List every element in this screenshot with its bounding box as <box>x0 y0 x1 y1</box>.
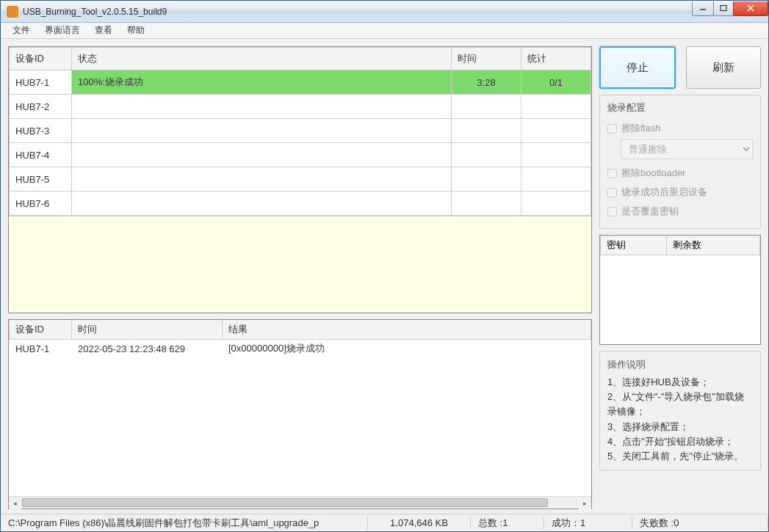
cell-device-id: HUB7-4 <box>10 143 72 167</box>
cell-stat <box>521 143 591 167</box>
statusbar: C:\Program Files (x86)\晶晨线刷固件解包打包带卡刷工具\a… <box>1 514 768 531</box>
log-col-time[interactable]: 时间 <box>72 320 223 340</box>
menu-help[interactable]: 帮助 <box>120 23 152 38</box>
log-horizontal-scrollbar[interactable]: ◂ ▸ <box>9 496 591 509</box>
instruction-line: 2、从"文件"-"导入烧录包"加载烧录镜像； <box>607 390 753 419</box>
cell-time <box>452 119 521 143</box>
cell-time <box>452 192 521 216</box>
cell-time: 3:28 <box>452 70 521 95</box>
window-title: USB_Burning_Tool_v2.0.5.15_build9 <box>23 7 692 17</box>
cell-stat <box>521 119 591 143</box>
reboot-after-label: 烧录成功后重启设备 <box>621 186 707 199</box>
cell-device-id: HUB7-2 <box>10 95 72 119</box>
overwrite-key-label: 是否覆盖密钥 <box>621 205 679 218</box>
cell-stat: 0/1 <box>521 70 591 95</box>
menu-file[interactable]: 文件 <box>5 23 37 38</box>
status-success: 成功：1 <box>544 517 632 530</box>
config-legend: 烧录配置 <box>607 101 753 114</box>
overwrite-key-option[interactable]: 是否覆盖密钥 <box>607 202 753 221</box>
maximize-button[interactable] <box>713 1 734 16</box>
erase-flash-label: 擦除flash <box>621 122 660 135</box>
titlebar: USB_Burning_Tool_v2.0.5.15_build9 <box>1 1 768 23</box>
device-row[interactable]: HUB7-4 <box>10 143 591 167</box>
cell-status <box>72 143 452 167</box>
erase-bootloader-checkbox[interactable] <box>607 169 617 178</box>
cell-device-id: HUB7-5 <box>10 167 72 192</box>
log-col-result[interactable]: 结果 <box>223 320 591 340</box>
svg-rect-1 <box>721 6 726 11</box>
erase-mode-select[interactable]: 普通擦除 <box>621 139 753 159</box>
reboot-after-checkbox[interactable] <box>607 188 617 197</box>
window-controls <box>692 1 768 16</box>
instruction-line: 5、关闭工具前，先"停止"烧录。 <box>607 449 753 464</box>
cell-device-id: HUB7-3 <box>10 119 72 143</box>
log-cell-result: [0x00000000]烧录成功 <box>223 340 591 357</box>
instructions-legend: 操作说明 <box>607 357 753 372</box>
status-path: C:\Program Files (x86)\晶晨线刷固件解包打包带卡刷工具\a… <box>1 517 368 530</box>
col-status[interactable]: 状态 <box>72 48 452 70</box>
action-buttons: 停止 刷新 <box>599 46 761 89</box>
instruction-line: 3、选择烧录配置； <box>607 420 753 434</box>
cell-stat <box>521 192 591 216</box>
cell-device-id: HUB7-1 <box>10 70 72 95</box>
client-area: 设备ID 状态 时间 统计 HUB7-1100%:烧录成功3:280/1HUB7… <box>1 39 768 514</box>
menu-view[interactable]: 查看 <box>87 23 120 38</box>
device-row[interactable]: HUB7-5 <box>10 167 591 192</box>
log-row[interactable]: HUB7-12022-05-23 12:23:48 629[0x00000000… <box>10 340 591 357</box>
log-cell-time: 2022-05-23 12:23:48 629 <box>72 340 223 357</box>
burn-config-group: 烧录配置 擦除flash 普通擦除 擦除bootloader 烧录成功后重启设备 <box>599 95 761 229</box>
log-cell-device-id: HUB7-1 <box>10 340 72 357</box>
instruction-line: 4、点击"开始"按钮启动烧录； <box>607 434 753 449</box>
device-row[interactable]: HUB7-2 <box>10 95 591 119</box>
erase-flash-checkbox[interactable] <box>607 124 617 134</box>
right-column: 停止 刷新 烧录配置 擦除flash 普通擦除 擦除bootloader <box>599 46 761 509</box>
menubar: 文件 界面语言 查看 帮助 <box>1 23 768 39</box>
stop-button[interactable]: 停止 <box>599 46 676 89</box>
device-row[interactable]: HUB7-1100%:烧录成功3:280/1 <box>10 70 591 95</box>
col-device-id[interactable]: 设备ID <box>10 48 72 70</box>
log-table: 设备ID 时间 结果 HUB7-12022-05-23 12:23:48 629… <box>8 319 592 509</box>
menu-language[interactable]: 界面语言 <box>37 23 87 38</box>
app-window: USB_Burning_Tool_v2.0.5.15_build9 文件 界面语… <box>0 0 769 532</box>
cell-stat <box>521 95 591 119</box>
erase-bootloader-label: 擦除bootloader <box>621 167 685 180</box>
cell-time <box>452 143 521 167</box>
col-stat[interactable]: 统计 <box>521 48 591 70</box>
cell-status <box>72 119 452 143</box>
scroll-right-arrow-icon[interactable]: ▸ <box>579 497 591 509</box>
cell-status <box>72 167 452 192</box>
left-column: 设备ID 状态 时间 统计 HUB7-1100%:烧录成功3:280/1HUB7… <box>8 46 592 509</box>
scroll-left-arrow-icon[interactable]: ◂ <box>9 497 21 509</box>
device-table-empty-area <box>9 216 591 313</box>
cell-stat <box>521 167 591 192</box>
cell-device-id: HUB7-6 <box>10 192 72 216</box>
status-size: 1,074,646 KB <box>368 517 471 528</box>
device-row[interactable]: HUB7-3 <box>10 119 591 143</box>
device-row[interactable]: HUB7-6 <box>10 192 591 216</box>
overwrite-key-checkbox[interactable] <box>607 207 617 216</box>
instructions-group: 操作说明 1、连接好HUB及设备； 2、从"文件"-"导入烧录包"加载烧录镜像；… <box>599 351 761 470</box>
cell-time <box>452 167 521 192</box>
cell-status <box>72 95 452 119</box>
col-time[interactable]: 时间 <box>452 48 521 70</box>
app-icon <box>7 6 18 18</box>
refresh-button[interactable]: 刷新 <box>686 46 761 89</box>
reboot-after-option[interactable]: 烧录成功后重启设备 <box>607 183 753 202</box>
erase-flash-option[interactable]: 擦除flash <box>607 119 753 138</box>
log-col-device-id[interactable]: 设备ID <box>10 320 72 340</box>
close-button[interactable] <box>733 1 768 16</box>
status-fail: 失败数 :0 <box>632 517 768 530</box>
instruction-line: 1、连接好HUB及设备； <box>607 375 753 390</box>
device-table-wrap: 设备ID 状态 时间 统计 HUB7-1100%:烧录成功3:280/1HUB7… <box>8 46 592 313</box>
minimize-button[interactable] <box>692 1 714 16</box>
cell-status <box>72 192 452 216</box>
scroll-thumb[interactable] <box>22 498 548 507</box>
cell-status: 100%:烧录成功 <box>72 70 452 95</box>
keys-col-remaining[interactable]: 剩余数 <box>667 236 760 255</box>
device-table: 设备ID 状态 时间 统计 HUB7-1100%:烧录成功3:280/1HUB7… <box>8 46 592 313</box>
keys-table: 密钥 剩余数 <box>599 235 761 345</box>
erase-bootloader-option[interactable]: 擦除bootloader <box>607 164 753 183</box>
keys-col-key[interactable]: 密钥 <box>601 236 667 255</box>
cell-time <box>452 95 521 119</box>
status-total: 总数 :1 <box>471 517 544 530</box>
